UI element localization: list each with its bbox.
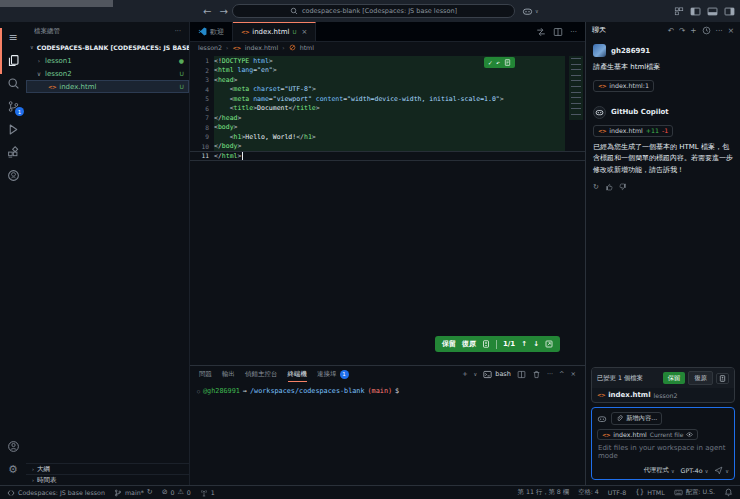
terminal-content[interactable]: ○ @gh286991 → /workspaces/codespaces-bla… bbox=[190, 382, 585, 400]
language-mode-item[interactable]: {} HTML bbox=[635, 489, 664, 496]
code-line[interactable]: 4 <meta charset="UTF-8"> bbox=[190, 85, 585, 95]
close-chat-icon[interactable]: × bbox=[728, 26, 734, 35]
rerun-request-icon[interactable]: ↻ bbox=[593, 183, 599, 191]
notifications-bell-icon[interactable] bbox=[724, 488, 733, 497]
thumbs-down-icon[interactable] bbox=[619, 183, 627, 191]
remote-indicator[interactable]: Codespaces: JS base lesson bbox=[7, 489, 105, 497]
workspace-root-folder[interactable]: ∨ CODESPACES-BLANK [CODESPACES: JS BASE … bbox=[26, 40, 189, 54]
undo-all-button[interactable]: 復原 bbox=[688, 371, 713, 385]
code-editor[interactable]: 1<!DOCTYPE html>2<html lang="en">3<head>… bbox=[190, 53, 585, 161]
more-actions-icon[interactable]: ··· bbox=[716, 26, 723, 35]
tab-ports[interactable]: 連接埠 1 bbox=[317, 366, 349, 382]
github-view-icon[interactable] bbox=[0, 164, 26, 187]
git-branch-item[interactable]: main* ↻ bbox=[114, 489, 153, 497]
toggle-secondary-sidebar-icon[interactable] bbox=[724, 6, 735, 17]
forward-button[interactable]: → bbox=[219, 6, 227, 17]
tab-welcome[interactable]: 歡迎 bbox=[190, 22, 233, 41]
chat-input-placeholder[interactable]: Edit files in your workspace in agent mo… bbox=[598, 444, 729, 460]
goto-edit-icon[interactable] bbox=[545, 340, 553, 348]
undo-button[interactable]: 復原 bbox=[462, 339, 476, 349]
code-line[interactable]: 10</body> bbox=[190, 142, 585, 152]
breadcrumb[interactable]: lesson2 › <> index.html › html bbox=[190, 42, 585, 53]
changed-file-chip[interactable]: <> index.html +11 -1 bbox=[593, 125, 673, 137]
open-changes-icon[interactable] bbox=[536, 27, 546, 37]
command-center[interactable]: codespaces-blank [Codespaces: JS base le… bbox=[232, 4, 515, 18]
toggle-panel-icon[interactable] bbox=[707, 6, 718, 17]
current-file-chip[interactable]: <> index.html Current file bbox=[597, 429, 698, 440]
explorer-more-actions-icon[interactable]: ··· bbox=[175, 27, 181, 35]
minimap[interactable] bbox=[569, 56, 583, 120]
chat-history-icon[interactable] bbox=[702, 26, 711, 35]
timeline-section[interactable]: › 時間表 bbox=[26, 474, 189, 485]
view-all-edits-button[interactable] bbox=[716, 373, 729, 384]
application-menu-button[interactable]: ≡ bbox=[0, 26, 26, 49]
code-line[interactable]: 6 <title>Document</title> bbox=[190, 104, 585, 114]
previous-edit-icon[interactable]: ↑ bbox=[521, 340, 527, 348]
more-actions-icon[interactable]: ··· bbox=[547, 370, 553, 378]
view-diff-icon[interactable] bbox=[482, 340, 490, 348]
code-line[interactable]: 3<head> bbox=[190, 75, 585, 85]
close-tab-icon[interactable]: × bbox=[302, 28, 308, 36]
chat-input-box[interactable]: 新增內容... <> index.html Current file Edit … bbox=[591, 407, 735, 480]
attachment-chip[interactable]: <> index.html:1 bbox=[593, 80, 654, 92]
toggle-sidebar-icon[interactable] bbox=[690, 6, 701, 17]
new-terminal-icon[interactable]: + bbox=[462, 370, 467, 378]
back-button[interactable]: ← bbox=[203, 6, 211, 17]
code-line[interactable]: 7</head> bbox=[190, 113, 585, 123]
split-editor-icon[interactable] bbox=[553, 27, 563, 37]
keep-button[interactable]: 保留 bbox=[442, 339, 456, 349]
split-terminal-icon[interactable] bbox=[517, 370, 526, 379]
tab-terminal[interactable]: 終端機 bbox=[288, 366, 308, 382]
ports-item[interactable]: 1 bbox=[200, 489, 215, 497]
search-view-icon[interactable] bbox=[0, 72, 26, 95]
outline-section[interactable]: › 大綱 bbox=[26, 463, 189, 474]
redo-edit-icon[interactable]: ↷ bbox=[679, 26, 685, 35]
undo-edit-icon[interactable]: ↶ bbox=[668, 26, 674, 35]
encoding-item[interactable]: UTF-8 bbox=[608, 489, 626, 496]
model-picker[interactable]: GPT-4o ∨ bbox=[681, 467, 709, 474]
run-debug-view-icon[interactable] bbox=[0, 118, 26, 141]
chevron-down-icon[interactable]: ∨ bbox=[474, 371, 478, 377]
maximize-panel-icon[interactable]: ^ bbox=[559, 370, 564, 378]
keyboard-layout-item[interactable]: 配置: U.S. bbox=[674, 488, 715, 497]
add-context-button[interactable]: 新增內容... bbox=[611, 412, 662, 425]
customize-layout-icon[interactable] bbox=[674, 6, 684, 16]
send-button[interactable]: ∨ bbox=[714, 466, 729, 475]
discard-icon[interactable]: ↶ bbox=[496, 59, 500, 67]
cursor-position-item[interactable]: 第 11 行，第 8 欄 bbox=[518, 488, 570, 497]
extensions-view-icon[interactable] bbox=[0, 141, 26, 164]
new-chat-icon[interactable]: + bbox=[690, 26, 696, 35]
accept-check-icon[interactable]: ✓ bbox=[488, 59, 492, 67]
terminal-profile-item[interactable]: bash bbox=[483, 370, 511, 379]
tab-index-html[interactable]: <> index.html U × bbox=[233, 22, 316, 41]
sync-icon[interactable]: ↻ bbox=[147, 489, 153, 496]
tab-output[interactable]: 輸出 bbox=[222, 366, 235, 382]
tree-item-index-html[interactable]: <> index.html U bbox=[26, 80, 189, 93]
tree-item-lesson1[interactable]: › lesson1 ● bbox=[26, 54, 189, 67]
source-control-view-icon[interactable]: 1 bbox=[0, 95, 26, 118]
accounts-icon[interactable] bbox=[0, 435, 26, 458]
kill-terminal-icon[interactable] bbox=[532, 370, 541, 379]
copilot-menu-button[interactable]: ∨ bbox=[522, 4, 539, 18]
next-edit-icon[interactable]: ↓ bbox=[533, 340, 539, 348]
code-line[interactable]: 9 <h1>Hello, World!</h1> bbox=[190, 132, 585, 142]
tab-debug-console[interactable]: 偵錯主控台 bbox=[245, 366, 278, 382]
code-line[interactable]: 2<html lang="en"> bbox=[190, 66, 585, 76]
thumbs-up-icon[interactable] bbox=[605, 183, 613, 191]
indentation-item[interactable]: 空格: 4 bbox=[578, 488, 599, 497]
tree-item-lesson2[interactable]: ∨ lesson2 U bbox=[26, 67, 189, 80]
more-actions-icon[interactable]: ··· bbox=[570, 28, 577, 36]
code-line[interactable]: 1<!DOCTYPE html> bbox=[190, 56, 585, 66]
code-line[interactable]: 11</html> bbox=[190, 151, 585, 161]
settings-gear-icon[interactable]: ⚙ bbox=[0, 458, 26, 481]
keep-all-button[interactable]: 保留 bbox=[663, 372, 686, 384]
code-line[interactable]: 5 <meta name="viewport" content="width=d… bbox=[190, 94, 585, 104]
problems-item[interactable]: ⊘ 0 ⚠ 0 bbox=[162, 489, 191, 496]
changed-file-row[interactable]: <> index.html lesson2 bbox=[592, 388, 734, 402]
code-line[interactable]: 8<body> bbox=[190, 123, 585, 133]
mode-picker[interactable]: 代理程式 ∨ bbox=[644, 466, 675, 475]
tab-problems[interactable]: 問題 bbox=[199, 366, 212, 382]
close-panel-icon[interactable]: × bbox=[571, 370, 576, 378]
explorer-view-icon[interactable] bbox=[0, 49, 26, 72]
view-file-icon[interactable] bbox=[504, 59, 511, 66]
